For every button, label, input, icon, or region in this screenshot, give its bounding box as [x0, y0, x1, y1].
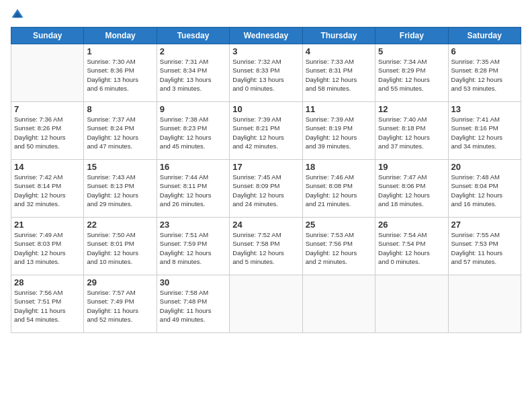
- cal-cell-2-1: 7Sunrise: 7:36 AM Sunset: 8:26 PM Daylig…: [11, 102, 84, 160]
- cell-info: Sunrise: 7:37 AM Sunset: 8:24 PM Dayligh…: [87, 115, 153, 150]
- cal-cell-3-4: 17Sunrise: 7:45 AM Sunset: 8:09 PM Dayli…: [230, 160, 302, 218]
- day-number: 20: [451, 162, 518, 172]
- cell-info: Sunrise: 7:45 AM Sunset: 8:09 PM Dayligh…: [232, 173, 299, 208]
- cal-cell-4-3: 23Sunrise: 7:51 AM Sunset: 7:59 PM Dayli…: [157, 218, 229, 275]
- calendar-table: SundayMondayTuesdayWednesdayThursdayFrid…: [11, 27, 521, 333]
- logo-icon: [11, 8, 24, 21]
- day-number: 7: [14, 104, 81, 114]
- cell-info: Sunrise: 7:35 AM Sunset: 8:28 PM Dayligh…: [451, 57, 518, 93]
- cell-info: Sunrise: 7:57 AM Sunset: 7:49 PM Dayligh…: [87, 288, 153, 324]
- day-number: 29: [87, 277, 153, 287]
- cell-info: Sunrise: 7:43 AM Sunset: 8:13 PM Dayligh…: [87, 173, 153, 208]
- cell-info: Sunrise: 7:54 AM Sunset: 7:54 PM Dayligh…: [378, 230, 445, 266]
- cal-cell-1-1: [11, 44, 84, 102]
- week-row-1: 1Sunrise: 7:30 AM Sunset: 8:36 PM Daylig…: [11, 44, 521, 102]
- cal-cell-3-2: 15Sunrise: 7:43 AM Sunset: 8:13 PM Dayli…: [84, 160, 157, 218]
- cal-cell-4-2: 22Sunrise: 7:50 AM Sunset: 8:01 PM Dayli…: [84, 218, 157, 275]
- cell-info: Sunrise: 7:41 AM Sunset: 8:16 PM Dayligh…: [451, 115, 518, 150]
- header: [11, 8, 521, 21]
- day-number: 26: [378, 220, 445, 230]
- cell-info: Sunrise: 7:56 AM Sunset: 7:51 PM Dayligh…: [14, 288, 81, 324]
- days-header-row: SundayMondayTuesdayWednesdayThursdayFrid…: [11, 28, 521, 44]
- cell-info: Sunrise: 7:39 AM Sunset: 8:21 PM Dayligh…: [232, 115, 299, 150]
- cell-info: Sunrise: 7:58 AM Sunset: 7:48 PM Dayligh…: [160, 288, 226, 324]
- week-row-4: 21Sunrise: 7:49 AM Sunset: 8:03 PM Dayli…: [11, 218, 521, 275]
- day-number: 1: [87, 46, 153, 56]
- cal-cell-3-7: 20Sunrise: 7:48 AM Sunset: 8:04 PM Dayli…: [448, 160, 521, 218]
- cell-info: Sunrise: 7:33 AM Sunset: 8:31 PM Dayligh…: [306, 57, 372, 93]
- cal-cell-5-3: 30Sunrise: 7:58 AM Sunset: 7:48 PM Dayli…: [157, 275, 229, 333]
- cell-info: Sunrise: 7:30 AM Sunset: 8:36 PM Dayligh…: [87, 57, 153, 93]
- week-row-5: 28Sunrise: 7:56 AM Sunset: 7:51 PM Dayli…: [11, 275, 521, 333]
- day-number: 13: [451, 104, 518, 114]
- day-number: 12: [378, 104, 445, 114]
- day-number: 17: [232, 162, 299, 172]
- week-row-3: 14Sunrise: 7:42 AM Sunset: 8:14 PM Dayli…: [11, 160, 521, 218]
- day-number: 8: [87, 104, 153, 114]
- cal-cell-1-3: 2Sunrise: 7:31 AM Sunset: 8:34 PM Daylig…: [157, 44, 229, 102]
- day-number: 23: [160, 220, 226, 230]
- cal-cell-1-7: 6Sunrise: 7:35 AM Sunset: 8:28 PM Daylig…: [448, 44, 521, 102]
- cell-info: Sunrise: 7:49 AM Sunset: 8:03 PM Dayligh…: [14, 230, 81, 266]
- day-number: 16: [160, 162, 226, 172]
- day-number: 9: [160, 104, 226, 114]
- day-number: 2: [160, 46, 226, 56]
- cell-info: Sunrise: 7:36 AM Sunset: 8:26 PM Dayligh…: [14, 115, 81, 150]
- day-header-sunday: Sunday: [11, 28, 84, 44]
- cal-cell-3-3: 16Sunrise: 7:44 AM Sunset: 8:11 PM Dayli…: [157, 160, 229, 218]
- day-header-friday: Friday: [375, 28, 448, 44]
- cell-info: Sunrise: 7:38 AM Sunset: 8:23 PM Dayligh…: [160, 115, 226, 150]
- day-number: 18: [306, 162, 372, 172]
- day-number: 11: [306, 104, 372, 114]
- day-number: 27: [451, 220, 518, 230]
- day-number: 21: [14, 220, 81, 230]
- cal-cell-3-1: 14Sunrise: 7:42 AM Sunset: 8:14 PM Dayli…: [11, 160, 84, 218]
- cell-info: Sunrise: 7:51 AM Sunset: 7:59 PM Dayligh…: [160, 230, 226, 266]
- day-number: 3: [232, 46, 299, 56]
- cal-cell-4-6: 26Sunrise: 7:54 AM Sunset: 7:54 PM Dayli…: [375, 218, 448, 275]
- day-number: 6: [451, 46, 518, 56]
- day-number: 24: [232, 220, 299, 230]
- week-row-2: 7Sunrise: 7:36 AM Sunset: 8:26 PM Daylig…: [11, 102, 521, 160]
- cal-cell-5-7: [448, 275, 521, 333]
- cell-info: Sunrise: 7:52 AM Sunset: 7:58 PM Dayligh…: [232, 230, 299, 266]
- day-number: 14: [14, 162, 81, 172]
- cal-cell-4-5: 25Sunrise: 7:53 AM Sunset: 7:56 PM Dayli…: [302, 218, 375, 275]
- cell-info: Sunrise: 7:42 AM Sunset: 8:14 PM Dayligh…: [14, 173, 81, 208]
- day-header-tuesday: Tuesday: [157, 28, 229, 44]
- day-header-saturday: Saturday: [448, 28, 521, 44]
- cal-cell-2-7: 13Sunrise: 7:41 AM Sunset: 8:16 PM Dayli…: [448, 102, 521, 160]
- day-number: 22: [87, 220, 153, 230]
- day-number: 4: [306, 46, 372, 56]
- cal-cell-2-6: 12Sunrise: 7:40 AM Sunset: 8:18 PM Dayli…: [375, 102, 448, 160]
- cal-cell-2-4: 10Sunrise: 7:39 AM Sunset: 8:21 PM Dayli…: [230, 102, 302, 160]
- day-number: 28: [14, 277, 81, 287]
- day-number: 30: [160, 277, 226, 287]
- day-header-thursday: Thursday: [302, 28, 375, 44]
- cal-cell-5-2: 29Sunrise: 7:57 AM Sunset: 7:49 PM Dayli…: [84, 275, 157, 333]
- logo: [11, 8, 27, 21]
- cal-cell-5-4: [230, 275, 302, 333]
- cell-info: Sunrise: 7:47 AM Sunset: 8:06 PM Dayligh…: [378, 173, 445, 208]
- calendar-body: 1Sunrise: 7:30 AM Sunset: 8:36 PM Daylig…: [11, 44, 521, 333]
- day-number: 15: [87, 162, 153, 172]
- cell-info: Sunrise: 7:40 AM Sunset: 8:18 PM Dayligh…: [378, 115, 445, 150]
- cell-info: Sunrise: 7:50 AM Sunset: 8:01 PM Dayligh…: [87, 230, 153, 266]
- day-number: 5: [378, 46, 445, 56]
- cell-info: Sunrise: 7:46 AM Sunset: 8:08 PM Dayligh…: [306, 173, 372, 208]
- page: SundayMondayTuesdayWednesdayThursdayFrid…: [0, 0, 532, 411]
- cal-cell-1-2: 1Sunrise: 7:30 AM Sunset: 8:36 PM Daylig…: [84, 44, 157, 102]
- cell-info: Sunrise: 7:44 AM Sunset: 8:11 PM Dayligh…: [160, 173, 226, 208]
- cell-info: Sunrise: 7:53 AM Sunset: 7:56 PM Dayligh…: [306, 230, 372, 266]
- cal-cell-1-5: 4Sunrise: 7:33 AM Sunset: 8:31 PM Daylig…: [302, 44, 375, 102]
- cal-cell-5-1: 28Sunrise: 7:56 AM Sunset: 7:51 PM Dayli…: [11, 275, 84, 333]
- cell-info: Sunrise: 7:32 AM Sunset: 8:33 PM Dayligh…: [232, 57, 299, 93]
- cal-cell-5-5: [302, 275, 375, 333]
- cal-cell-2-2: 8Sunrise: 7:37 AM Sunset: 8:24 PM Daylig…: [84, 102, 157, 160]
- cal-cell-1-6: 5Sunrise: 7:34 AM Sunset: 8:29 PM Daylig…: [375, 44, 448, 102]
- cal-cell-1-4: 3Sunrise: 7:32 AM Sunset: 8:33 PM Daylig…: [230, 44, 302, 102]
- cal-cell-5-6: [375, 275, 448, 333]
- cal-cell-4-7: 27Sunrise: 7:55 AM Sunset: 7:53 PM Dayli…: [448, 218, 521, 275]
- cell-info: Sunrise: 7:39 AM Sunset: 8:19 PM Dayligh…: [306, 115, 372, 150]
- cal-cell-2-5: 11Sunrise: 7:39 AM Sunset: 8:19 PM Dayli…: [302, 102, 375, 160]
